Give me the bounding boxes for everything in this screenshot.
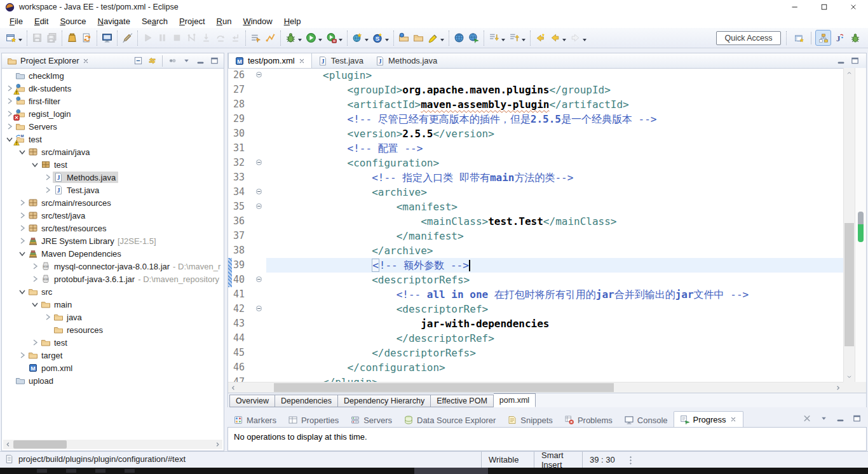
xml-source-editor[interactable]: 26 <plugin>27 <groupId>org.apache.maven.… <box>228 68 866 382</box>
tree-item-main[interactable]: main <box>2 298 223 311</box>
view-tab-console[interactable]: Console <box>618 413 674 427</box>
tree-item-servers[interactable]: Servers <box>2 120 223 133</box>
pom-page-tab-overview[interactable]: Overview <box>229 395 275 407</box>
editor-tab-test-java[interactable]: JTest.java <box>312 53 369 68</box>
view-menu-button[interactable] <box>818 412 830 424</box>
overview-ruler[interactable] <box>855 68 866 382</box>
close-tab-icon[interactable] <box>298 57 306 65</box>
tree-item-resources[interactable]: resources <box>2 323 223 336</box>
scroll-left-button[interactable] <box>3 440 13 449</box>
tree-expander-icon[interactable] <box>43 312 53 322</box>
scrollbar-thumb[interactable] <box>274 383 614 392</box>
code-line-45[interactable]: 45 </descriptorRefs> <box>228 346 843 360</box>
tree-expander-icon[interactable] <box>30 159 40 170</box>
tree-item-maven-dependencies[interactable]: Maven Dependencies <box>2 247 223 260</box>
tree-item-checkimg[interactable]: checkImg <box>2 69 223 82</box>
trace-button[interactable] <box>263 30 278 45</box>
debug-dropdown[interactable] <box>298 39 302 43</box>
scrollbar-thumb[interactable] <box>844 223 854 346</box>
soap-ui-dropdown[interactable] <box>385 39 389 43</box>
tree-item-mysql-connector-java-8-0-18-jar[interactable]: 010mysql-connector-java-8.0.18.jar - D:\… <box>2 260 223 273</box>
menu-project[interactable]: Project <box>173 15 210 27</box>
export-jar-button[interactable] <box>65 30 79 45</box>
overview-marker-green[interactable] <box>858 224 864 242</box>
tree-expander-icon[interactable] <box>4 96 15 106</box>
close-view-icon[interactable] <box>82 57 90 65</box>
overview-marker-gray[interactable] <box>858 212 864 224</box>
code-line-38[interactable]: 38 </archive> <box>228 243 843 258</box>
open-folder-web-button[interactable] <box>397 30 411 45</box>
tree-expander-icon[interactable] <box>17 210 27 220</box>
code-line-42[interactable]: 42 <descriptorRef> <box>228 302 843 316</box>
code-line-37[interactable]: 37 </manifest> <box>228 229 843 243</box>
editor-tab-methods-java[interactable]: JMethods.java <box>369 53 443 68</box>
quick-access-box[interactable]: Quick Access <box>716 31 781 45</box>
tree-item-src-test-resources[interactable]: src/test/resources <box>2 222 223 234</box>
tree-item-first-filter[interactable]: first-filter <box>2 95 223 107</box>
code-line-39[interactable]: 39 <!-- 额外参数 --> <box>228 258 843 273</box>
perspective-java-button[interactable]: J <box>831 30 847 46</box>
editor-tab-test-pom-xml[interactable]: Mtest/pom.xml <box>228 53 312 68</box>
code-line-33[interactable]: 33 <!-- 指定入口类 即带有main方法的类--> <box>228 170 843 185</box>
tree-item-methods-java[interactable]: JMethods.java <box>2 171 223 184</box>
toggle-mark-occurrences-button[interactable] <box>120 30 135 45</box>
next-annotation-dropdown[interactable] <box>501 39 505 43</box>
tree-expander-icon[interactable] <box>17 147 27 157</box>
tree-expander-icon[interactable] <box>30 299 40 309</box>
scroll-right-button[interactable] <box>213 440 222 449</box>
coverage-button[interactable] <box>324 30 339 45</box>
window-minimize-button[interactable] <box>780 0 810 14</box>
fold-marker-icon[interactable] <box>256 203 262 209</box>
menu-window[interactable]: Window <box>237 15 278 27</box>
code-line-28[interactable]: 28 <artifactId>maven-assembly-plugin</ar… <box>228 97 843 112</box>
back-dropdown[interactable] <box>562 39 566 43</box>
tree-expander-icon[interactable] <box>17 350 27 360</box>
fold-marker-icon[interactable] <box>256 189 262 194</box>
scroll-left-button[interactable] <box>228 383 238 393</box>
tree-expander-icon[interactable] <box>17 223 27 233</box>
tree-item-src-test-java[interactable]: src/test/java <box>2 209 223 222</box>
menu-edit[interactable]: Edit <box>29 15 54 27</box>
view-max-button[interactable] <box>208 55 220 67</box>
internal-browser-button[interactable] <box>452 30 466 45</box>
perspective-java-ee-button[interactable] <box>815 30 831 46</box>
tree-item-src-main-resources[interactable]: src/main/resources <box>2 196 223 209</box>
view-tab-markers[interactable]: Markers <box>227 413 282 427</box>
menu-search[interactable]: Search <box>136 15 173 27</box>
code-line-31[interactable]: 31 <!-- 配置 --> <box>228 141 843 156</box>
tree-item-test[interactable]: test <box>2 158 223 171</box>
soap-ui-button[interactable]: S <box>370 30 385 45</box>
new-web-service-button[interactable] <box>350 30 365 45</box>
highlighter-button[interactable] <box>426 30 440 45</box>
code-line-32[interactable]: 32 <configuration> <box>228 156 843 170</box>
menu-run[interactable]: Run <box>211 15 238 27</box>
refresh-button[interactable] <box>79 30 94 45</box>
clear-button[interactable] <box>801 412 813 424</box>
code-line-26[interactable]: 26 <plugin> <box>228 68 843 83</box>
menu-help[interactable]: Help <box>278 15 307 27</box>
tree-expander-icon[interactable] <box>4 121 15 132</box>
editor-vertical-scrollbar[interactable] <box>843 68 855 382</box>
code-line-35[interactable]: 35 <manifest> <box>228 200 843 214</box>
tree-expander-icon[interactable] <box>30 274 40 284</box>
window-close-button[interactable] <box>839 0 868 14</box>
menu-source[interactable]: Source <box>54 15 92 27</box>
view-min-button[interactable] <box>835 55 847 67</box>
tree-item-test-java[interactable]: JTest.java <box>2 184 223 196</box>
last-edit-location-button[interactable] <box>533 30 548 45</box>
tree-item-target[interactable]: target <box>2 349 223 362</box>
new-web-service-dropdown[interactable] <box>365 39 369 43</box>
new-wizard-dropdown[interactable] <box>18 39 22 43</box>
code-line-29[interactable]: 29 <!-- 尽管已经有更高版本的插件，但是2.5.5是一个经典版本 --> <box>228 112 843 126</box>
previous-annotation-dropdown[interactable] <box>522 39 526 43</box>
menu-navigate[interactable]: Navigate <box>92 15 136 27</box>
code-line-40[interactable]: 40 <descriptorRefs> <box>228 273 843 287</box>
scroll-up-button[interactable] <box>844 68 855 78</box>
pom-page-tab-pom-xml[interactable]: pom.xml <box>494 393 536 407</box>
previous-annotation-button[interactable] <box>507 30 522 45</box>
view-tab-snippets[interactable]: Snippets <box>501 413 559 427</box>
view-tab-data-source-explorer[interactable]: Data Source Explorer <box>398 413 501 427</box>
view-max-button[interactable] <box>849 55 861 67</box>
new-wizard-button[interactable] <box>4 30 18 45</box>
perspective-debug-button[interactable] <box>847 30 863 46</box>
